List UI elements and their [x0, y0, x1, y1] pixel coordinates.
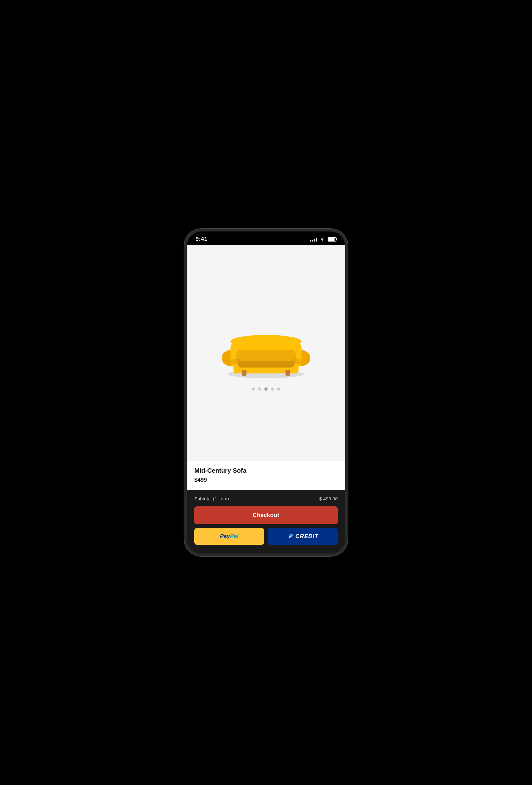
battery-icon: [328, 237, 336, 242]
product-name: Mid-Century Sofa: [194, 467, 338, 474]
checkout-button[interactable]: Checkout: [194, 506, 338, 524]
svg-rect-10: [242, 370, 247, 376]
paypal-logo: PayPal: [220, 533, 238, 540]
status-bar: 9:41: [187, 231, 345, 245]
subtotal-label: Subtotal (1 item): [194, 496, 229, 501]
paypal-credit-button[interactable]: CREDIT: [268, 528, 338, 545]
dot-3-active[interactable]: [264, 387, 268, 390]
signal-icon: [310, 237, 317, 242]
dot-5[interactable]: [277, 387, 280, 390]
svg-rect-11: [285, 370, 290, 376]
image-dots: [252, 387, 280, 390]
svg-point-13: [230, 358, 241, 364]
paypal-credit-logo: CREDIT: [287, 533, 319, 540]
paypal-pay-text: Pay: [220, 533, 230, 539]
phone-screen: 9:41: [187, 231, 345, 554]
dot-2[interactable]: [258, 387, 261, 390]
svg-rect-12: [236, 350, 296, 364]
wifi-icon: [320, 237, 325, 242]
svg-point-14: [291, 358, 302, 364]
bottom-section: Subtotal (1 item) $ 499.00 Checkout PayP…: [187, 490, 345, 554]
product-price: $499: [194, 477, 338, 483]
sofa-illustration: [216, 318, 316, 381]
paypal-pal-text: Pal: [230, 533, 239, 539]
subtotal-row: Subtotal (1 item) $ 499.00: [194, 496, 338, 501]
subtotal-amount: $ 499.00: [320, 496, 338, 501]
product-info: Mid-Century Sofa $499: [187, 461, 345, 490]
credit-text: CREDIT: [296, 533, 319, 540]
status-icons: [310, 237, 336, 242]
svg-point-0: [322, 240, 323, 241]
phone-frame: 9:41: [184, 229, 348, 556]
product-image-area: [187, 245, 345, 461]
payment-buttons: PayPal CREDIT: [194, 528, 338, 545]
dot-1[interactable]: [252, 387, 255, 390]
product-card: Mid-Century Sofa $499: [187, 245, 345, 490]
svg-point-7: [230, 335, 302, 348]
paypal-p-icon: [287, 533, 294, 540]
paypal-button[interactable]: PayPal: [194, 528, 264, 545]
sofa-image: [193, 318, 339, 381]
status-time: 9:41: [196, 236, 207, 243]
dot-4[interactable]: [271, 387, 274, 390]
